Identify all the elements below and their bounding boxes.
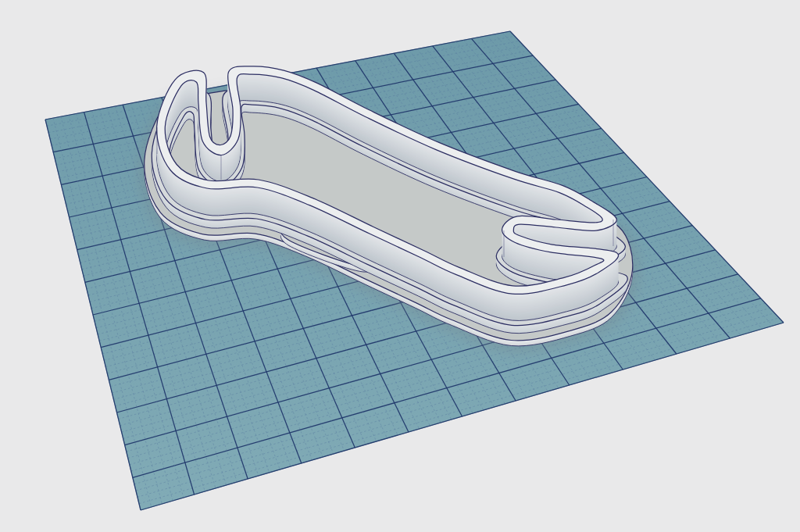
scene-svg[interactable] xyxy=(0,0,800,532)
viewport-3d-canvas[interactable] xyxy=(0,0,800,532)
